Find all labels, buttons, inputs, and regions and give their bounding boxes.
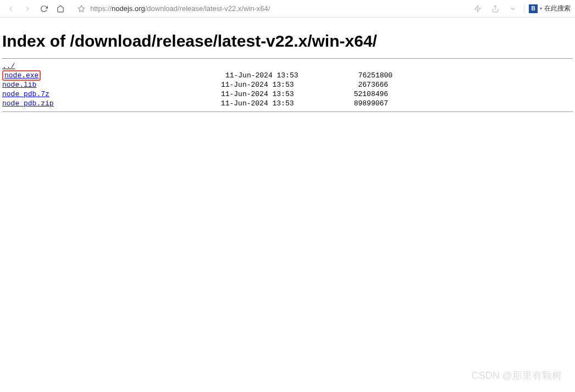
file-link[interactable]: node_pdb.zip xyxy=(2,99,54,108)
search-placeholder: 在此搜索 xyxy=(544,4,571,13)
svg-marker-0 xyxy=(78,5,85,12)
browser-toolbar: https://nodejs.org/download/release/late… xyxy=(0,0,575,18)
address-bar[interactable]: https://nodejs.org/download/release/late… xyxy=(75,2,468,15)
reload-button[interactable] xyxy=(37,2,51,15)
divider xyxy=(524,4,524,14)
svg-marker-1 xyxy=(475,5,481,12)
watermark: CSDN @那里有颗树 xyxy=(472,369,562,382)
hr-top xyxy=(2,58,573,59)
directory-listing: ../ node.exe 11-Jun-2024 13:53 76251800 … xyxy=(2,62,573,108)
page-content: Index of /download/release/latest-v22.x/… xyxy=(0,18,575,119)
dropdown-arrow-icon: ▾ xyxy=(540,6,542,11)
search-box[interactable]: B ▾ 在此搜索 xyxy=(529,4,571,13)
hr-bottom xyxy=(2,111,573,112)
forward-button[interactable] xyxy=(21,2,34,15)
share-icon[interactable] xyxy=(489,2,502,15)
flash-icon[interactable] xyxy=(471,2,484,15)
parent-dir-link[interactable]: ../ xyxy=(2,62,15,70)
chevron-down-icon[interactable] xyxy=(506,2,519,15)
url-text: https://nodejs.org/download/release/late… xyxy=(90,4,270,13)
file-link[interactable]: node.exe xyxy=(4,71,38,80)
page-title: Index of /download/release/latest-v22.x/… xyxy=(2,32,573,51)
highlight-box: node.exe xyxy=(2,70,41,81)
search-engine-icon: B xyxy=(529,4,538,13)
star-icon[interactable] xyxy=(75,2,88,15)
right-controls: B ▾ 在此搜索 xyxy=(471,2,571,15)
back-button[interactable] xyxy=(4,2,18,15)
file-link[interactable]: node.lib xyxy=(2,81,36,89)
file-link[interactable]: node_pdb.7z xyxy=(2,90,49,98)
home-button[interactable] xyxy=(54,2,67,15)
